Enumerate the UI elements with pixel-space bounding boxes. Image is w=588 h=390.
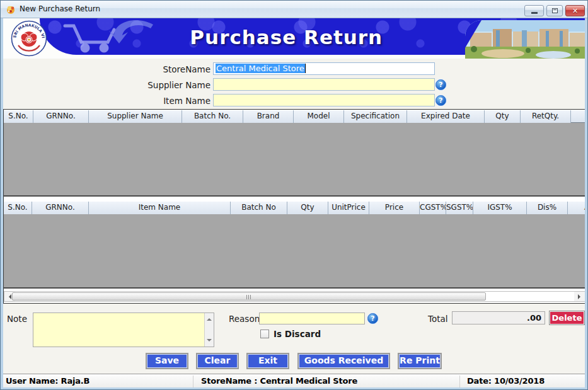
- grn-column-header[interactable]: Brand: [243, 110, 294, 123]
- item-column-header[interactable]: SGST%: [446, 202, 473, 214]
- action-button-row: Save Clear Exit Goods Received Re Print: [1, 353, 587, 370]
- goods-received-button[interactable]: Goods Received: [297, 353, 390, 369]
- note-scroll-up-icon: [207, 316, 212, 321]
- is-discard-label: Is Discard: [274, 329, 321, 339]
- grn-table-body[interactable]: [4, 123, 585, 195]
- window-border-left: [1, 18, 3, 389]
- note-scroll-down-icon: [207, 339, 212, 344]
- minimize-button[interactable]: [524, 5, 544, 16]
- supplier-name-input[interactable]: [213, 78, 435, 91]
- delete-button[interactable]: Delete: [549, 311, 585, 325]
- grn-column-header[interactable]: Model: [294, 110, 344, 123]
- title-bar: New Purchase Return ✕: [1, 1, 588, 18]
- status-store-name: StoreName : Central Medical Store: [201, 376, 357, 386]
- item-table: S.No.GRNNo.Item NameBatch NoQtyUnitPrice…: [4, 202, 585, 289]
- item-column-header[interactable]: Amount: [568, 202, 585, 214]
- supplier-name-label: Supplier Name: [84, 80, 210, 90]
- item-column-header[interactable]: Price: [369, 202, 420, 214]
- close-button[interactable]: ✕: [565, 5, 585, 16]
- status-separator: [459, 376, 460, 387]
- item-table-body[interactable]: [4, 214, 585, 287]
- reason-label: Reason: [229, 314, 260, 324]
- scroll-left-icon: [6, 294, 11, 299]
- window-border-right: [585, 18, 587, 389]
- is-discard-checkbox[interactable]: [260, 330, 269, 338]
- item-column-header[interactable]: Batch No: [231, 202, 287, 214]
- page-title: Purchase Return: [190, 26, 383, 49]
- item-column-header[interactable]: UnitPrice: [328, 202, 369, 214]
- grn-column-header[interactable]: Specification: [344, 110, 407, 123]
- reprint-button[interactable]: Re Print: [398, 353, 442, 369]
- item-column-header[interactable]: Qty: [287, 202, 328, 214]
- total-label: Total: [428, 314, 448, 324]
- reason-input[interactable]: [259, 313, 365, 324]
- item-name-label: Item Name: [84, 96, 210, 106]
- grn-column-header[interactable]: Expired Date: [407, 110, 485, 123]
- grn-table: S.No.GRNNo.Supplier NameBatch No.BrandMo…: [4, 110, 585, 197]
- note-textarea[interactable]: [33, 313, 214, 347]
- status-bar: User Name: Raja.B StoreName : Central Me…: [1, 374, 587, 389]
- exit-button[interactable]: Exit: [246, 353, 289, 369]
- close-icon: ✕: [572, 7, 578, 15]
- item-help-icon[interactable]: ?: [435, 95, 446, 106]
- item-column-header[interactable]: S.No.: [4, 202, 32, 214]
- grn-column-header[interactable]: Supplier Name: [89, 110, 182, 123]
- note-scrollbar[interactable]: [204, 313, 214, 347]
- storename-label: StoreName: [84, 64, 210, 74]
- horizontal-scrollbar[interactable]: [4, 291, 585, 302]
- status-date: Date: 10/03/2018: [467, 376, 545, 386]
- hospital-logo: SRI MANAKULA VINAYAGAR: [11, 20, 47, 57]
- item-column-header[interactable]: Dis%: [527, 202, 568, 214]
- grn-column-header[interactable]: Qty: [485, 110, 521, 123]
- item-column-header[interactable]: CGST%: [420, 202, 446, 214]
- scrollbar-thumb[interactable]: [12, 292, 486, 301]
- scrollbar-grip-icon: [246, 295, 251, 299]
- banner: Purchase Return SRI MANAKULA V: [3, 18, 585, 59]
- status-separator: [193, 376, 193, 387]
- total-input: [452, 311, 545, 324]
- grn-column-header[interactable]: GRNNo.: [33, 110, 89, 123]
- grid-area: S.No.GRNNo.Supplier NameBatch No.BrandMo…: [3, 109, 586, 304]
- clear-button[interactable]: Clear: [196, 353, 239, 369]
- maximize-icon: [552, 8, 558, 13]
- campus-photo: [465, 20, 585, 59]
- window-border-bottom: [1, 387, 587, 389]
- save-button[interactable]: Save: [146, 353, 188, 369]
- window-title: New Purchase Return: [20, 1, 100, 18]
- scroll-right-button[interactable]: [574, 292, 585, 301]
- app-window: New Purchase Return ✕ Purchase Return: [0, 0, 588, 390]
- supplier-help-icon[interactable]: ?: [435, 79, 446, 90]
- reason-help-icon[interactable]: ?: [367, 313, 378, 324]
- maximize-button[interactable]: [546, 5, 563, 16]
- storename-selected-text: Central Medical Store: [216, 64, 306, 73]
- minimize-icon: [531, 12, 538, 14]
- storename-input[interactable]: Central Medical Store: [213, 62, 435, 75]
- status-user-name: User Name: Raja.B: [6, 376, 89, 386]
- grn-column-header[interactable]: S.No.: [4, 110, 33, 123]
- app-icon: [6, 4, 16, 14]
- item-column-header[interactable]: Item Name: [89, 202, 231, 214]
- item-column-header[interactable]: IGST%: [473, 202, 527, 214]
- item-column-header[interactable]: GRNNo.: [32, 202, 89, 214]
- grn-column-header[interactable]: RetQty.: [521, 110, 571, 123]
- note-label: Note: [7, 314, 27, 324]
- item-table-header: S.No.GRNNo.Item NameBatch NoQtyUnitPrice…: [4, 202, 585, 214]
- grn-column-header[interactable]: Batch No.: [182, 110, 243, 123]
- item-name-input[interactable]: [213, 94, 435, 106]
- grn-table-header: S.No.GRNNo.Supplier NameBatch No.BrandMo…: [4, 110, 585, 123]
- cart-return-icon: [27, 18, 172, 55]
- scroll-right-icon: [578, 294, 583, 299]
